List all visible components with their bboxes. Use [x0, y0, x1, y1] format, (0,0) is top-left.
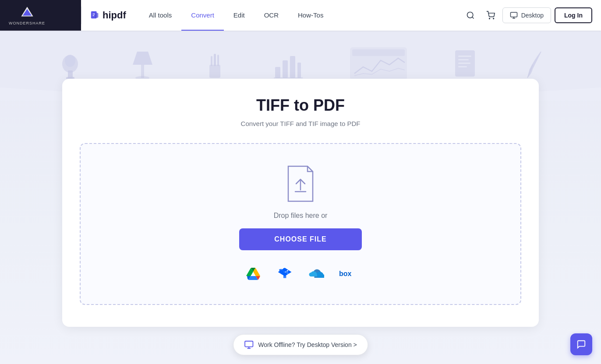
svg-marker-41	[288, 270, 292, 274]
main-card: TIFF to PDF Convert your TIFF and TIF im…	[62, 79, 539, 327]
svg-rect-33	[458, 63, 470, 64]
svg-rect-3	[95, 13, 98, 18]
nav-links: All tools Convert Edit OCR How-Tos	[139, 0, 462, 31]
svg-rect-20	[214, 54, 216, 66]
nav-edit[interactable]: Edit	[224, 0, 255, 31]
cart-icon	[486, 11, 495, 20]
svg-rect-17	[141, 65, 144, 78]
onedrive-button[interactable]	[307, 264, 326, 284]
chat-icon	[576, 340, 586, 349]
svg-rect-44	[283, 268, 286, 271]
wondershare-text: wondershare	[9, 21, 45, 25]
svg-rect-21	[211, 56, 212, 66]
hipdf-logo: hipdf	[81, 7, 135, 24]
svg-point-4	[467, 12, 473, 18]
svg-point-7	[493, 18, 494, 19]
page-title: TIFF to PDF	[256, 96, 345, 115]
bottom-banner[interactable]: Work Offline? Try Desktop Version >	[233, 334, 368, 355]
svg-rect-19	[209, 65, 220, 78]
desktop-button[interactable]: Desktop	[502, 7, 551, 23]
svg-point-6	[489, 18, 490, 19]
nav-all-tools[interactable]: All tools	[139, 0, 182, 31]
deco-pencil-cup	[203, 49, 227, 82]
svg-rect-34	[458, 66, 467, 67]
upload-icon-wrapper	[285, 164, 316, 203]
svg-rect-49	[245, 341, 253, 347]
svg-rect-8	[510, 12, 517, 17]
svg-rect-25	[290, 56, 295, 78]
desktop-icon	[510, 11, 518, 19]
search-button[interactable]	[462, 7, 479, 24]
svg-rect-47	[283, 276, 286, 278]
svg-rect-2	[93, 15, 95, 16]
brand-wondershare: wondershare	[0, 0, 81, 31]
google-drive-icon	[246, 268, 260, 280]
nav-convert[interactable]: Convert	[181, 0, 224, 31]
desktop-banner-icon	[244, 340, 254, 350]
cart-button[interactable]	[482, 7, 499, 24]
box-icon: box	[339, 269, 357, 279]
onedrive-icon	[308, 269, 324, 279]
wondershare-icon	[20, 5, 35, 20]
hipdf-text: hipdf	[103, 10, 126, 21]
upload-file-icon	[285, 164, 316, 203]
search-icon	[466, 11, 475, 20]
bottom-banner-text: Work Offline? Try Desktop Version >	[258, 341, 357, 348]
svg-rect-26	[297, 63, 301, 78]
box-button[interactable]: box	[338, 264, 357, 284]
deco-bar-chart	[273, 49, 304, 82]
svg-point-15	[65, 55, 75, 67]
deco-document	[453, 49, 477, 82]
svg-marker-16	[133, 52, 152, 65]
main-content: TIFF to PDF Convert your TIFF and TIF im…	[0, 31, 601, 364]
desktop-label: Desktop	[521, 12, 544, 19]
svg-rect-24	[283, 60, 288, 78]
navbar: wondershare hipdf All tools Convert Edit…	[0, 0, 601, 31]
drop-text: Drop files here or	[274, 212, 328, 220]
dropbox-icon	[278, 268, 292, 280]
svg-rect-29	[352, 49, 405, 56]
svg-rect-31	[458, 56, 471, 57]
svg-rect-22	[217, 55, 219, 66]
wondershare-logo: wondershare	[9, 5, 45, 25]
dropbox-button[interactable]	[275, 264, 294, 284]
chat-button[interactable]	[570, 333, 592, 355]
svg-rect-45	[281, 272, 284, 274]
login-button[interactable]: Log In	[555, 7, 592, 23]
google-drive-button[interactable]	[244, 264, 263, 284]
svg-line-5	[472, 17, 474, 19]
nav-actions: Desktop Log In	[462, 7, 601, 24]
dropzone[interactable]: Drop files here or CHOOSE FILE	[80, 143, 521, 305]
svg-rect-32	[458, 59, 469, 60]
page-subtitle: Convert your TIFF and TIF image to PDF	[241, 120, 361, 127]
svg-rect-1	[93, 14, 95, 14]
choose-file-button[interactable]: CHOOSE FILE	[239, 228, 361, 250]
nav-ocr[interactable]: OCR	[255, 0, 288, 31]
svg-rect-46	[286, 271, 288, 273]
svg-text:box: box	[339, 270, 352, 277]
cloud-storage-icons: box	[244, 264, 357, 284]
nav-how-tos[interactable]: How-Tos	[288, 0, 333, 31]
svg-rect-23	[275, 67, 280, 78]
deco-plant	[58, 49, 82, 83]
svg-rect-43	[279, 269, 282, 272]
hipdf-icon	[90, 10, 100, 20]
deco-quill	[523, 49, 543, 82]
